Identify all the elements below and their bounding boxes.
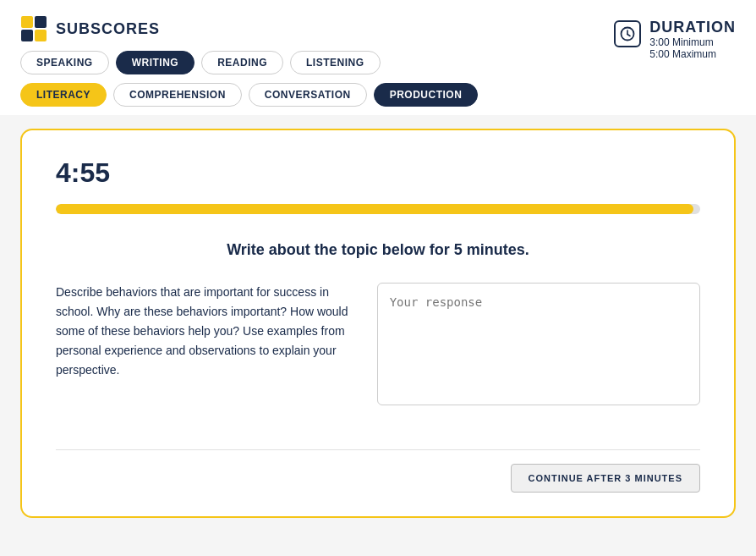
tab-conversation[interactable]: CONVERSATION [249,83,367,107]
tab-literacy[interactable]: LITERACY [20,83,107,107]
tab-production[interactable]: PRODUCTION [374,83,479,107]
tab-listening[interactable]: LISTENING [290,51,381,74]
content-card: 4:55 Write about the topic below for 5 m… [20,129,736,518]
tab-comprehension[interactable]: COMPREHENSION [113,83,242,107]
duration-min: 3:00 Minimum [649,36,736,48]
divider [56,449,700,450]
writing-area: Describe behaviors that are important fo… [56,283,700,426]
timer-display: 4:55 [56,157,700,189]
tab-speaking[interactable]: SPEAKING [20,51,109,74]
prompt-text: Describe behaviors that are important fo… [56,283,350,426]
svg-line-6 [627,35,630,36]
footer-row: CONTINUE AFTER 3 MINUTES [56,464,700,493]
duration-max: 5:00 Maximum [649,48,736,60]
response-input[interactable] [377,283,700,405]
svg-rect-1 [35,16,47,28]
subscores-title: SUBSCORES [56,20,160,38]
svg-rect-0 [21,16,33,28]
duration-block: DURATION 3:00 Minimum 5:00 Maximum [614,15,736,60]
progress-bar-fill [56,204,693,214]
continue-button[interactable]: CONTINUE AFTER 3 MINUTES [511,464,701,493]
tab-reading[interactable]: READING [201,51,283,74]
response-area [377,283,700,426]
clock-icon [614,20,641,47]
tab-writing[interactable]: WRITING [116,51,195,74]
svg-rect-2 [21,30,33,41]
duration-title: DURATION [649,19,736,36]
primary-tabs: SPEAKING WRITING READING LISTENING [20,51,478,74]
progress-bar-container [56,204,700,214]
svg-rect-3 [35,30,47,41]
instruction-text: Write about the topic below for 5 minute… [56,241,700,259]
secondary-tabs: LITERACY COMPREHENSION CONVERSATION PROD… [20,83,478,107]
subscores-logo-icon [20,15,47,42]
